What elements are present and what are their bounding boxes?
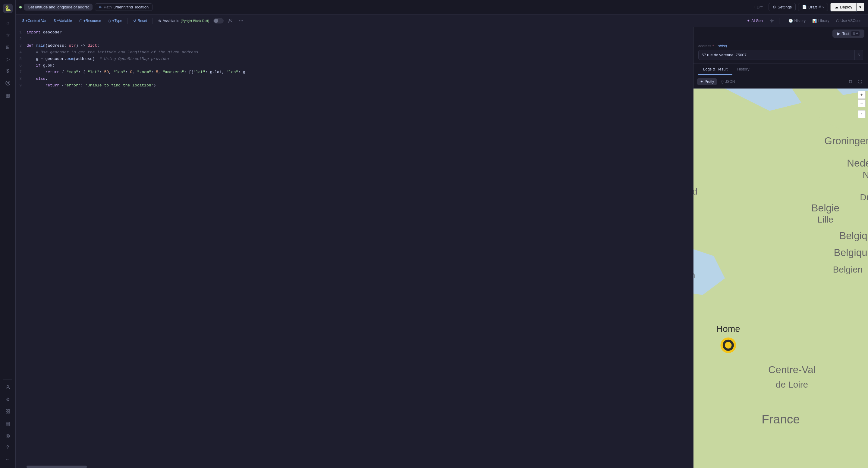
code-line-6: 6 if g.ok: [16,63,693,69]
tab-history[interactable]: History [733,64,754,75]
grid-icon[interactable]: ⊞ [2,41,13,53]
result-toolbar: ✦ Pretty {} JSON [693,75,868,89]
toolbar-separator-3 [779,18,779,24]
sparkle-button[interactable] [767,17,777,24]
svg-text:Sheffield: Sheffield [693,187,698,196]
folder-icon[interactable]: ▤ [2,418,13,429]
svg-text:France: France [762,412,800,426]
json-format-button[interactable]: {} JSON [718,78,738,85]
svg-point-54 [725,342,732,348]
svg-text:de Loire: de Loire [776,379,808,390]
input-field-wrap: $ [698,50,863,60]
app-logo: 🐍 [2,3,13,14]
tab-logs-result[interactable]: Logs & Result [698,64,733,75]
user-icon[interactable] [2,382,13,393]
path-icon: ✏ [99,5,102,9]
svg-text:Centre-Val: Centre-Val [768,364,815,375]
code-line-3: 3 def main(address: str) -> dict: [16,43,693,49]
result-toolbar-right [846,77,864,86]
puzzle-icon[interactable] [2,78,13,89]
context-var-button[interactable]: $ +Context Var [19,18,50,24]
dollar-icon: $ [22,19,24,23]
history-nav-icon: 🕐 [788,19,793,23]
money-icon[interactable]: $ [2,66,13,76]
right-panel: ▶ Test ⌘↵ address* string $ Log [693,27,868,468]
map-ctrl-gap [858,108,866,110]
vscode-nav-button[interactable]: ⬡ Use VSCode [833,18,864,24]
star-icon[interactable]: ☆ [2,30,13,40]
map-zoom-out-button[interactable]: − [858,99,866,107]
library-nav-button[interactable]: 📊 Library [809,18,832,24]
json-icon: {} [721,79,724,84]
copy-button[interactable] [846,77,855,86]
home-icon[interactable]: ⌂ [2,18,13,28]
library-nav-icon: 📊 [812,19,817,23]
user-toggle-icon [225,17,235,24]
assistants-button[interactable]: ⊕ Assistants (Pyright Black Ruff) [155,18,212,24]
map-svg: Éire / Ireland Manchester Sheffield Engl… [693,89,868,468]
right-panel-header: ▶ Test ⌘↵ [693,27,868,40]
result-tabs-bar: Logs & Result History [693,64,868,75]
input-section: address* string $ [693,40,868,64]
deploy-dropdown-button[interactable]: ▾ [857,3,864,11]
settings-icon[interactable]: ⚙ [2,394,13,405]
more-options-button[interactable] [236,17,246,24]
input-label: address* string [698,44,863,48]
result-area: ✦ Pretty {} JSON [693,75,868,468]
draft-button[interactable]: 📄 Draft ⌘S [798,3,828,11]
settings-icon: ⚙ [772,5,776,9]
svg-text:Belgien: Belgien [833,264,863,274]
path-display[interactable]: ✏ Path u/henri/find_location [95,3,153,11]
top-nav-right: 🕐 History 📊 Library ⬡ Use VSCode [785,18,864,24]
svg-rect-6 [8,409,10,411]
pretty-format-button[interactable]: ✦ Pretty [697,78,717,85]
collapse-icon[interactable]: ← [2,454,13,465]
svg-point-4 [7,386,9,387]
type-button[interactable]: ◇ +Type [105,18,125,24]
svg-text:Groningen: Groningen [824,135,868,146]
address-input[interactable] [699,50,855,60]
variable-button[interactable]: $ +Variable [51,18,75,24]
code-line-1: 1 import geocoder [16,30,693,36]
integrations-icon[interactable] [2,406,13,417]
pretty-icon: ✦ [700,79,703,84]
map-reset-button[interactable]: ↑ [858,110,866,118]
settings-button[interactable]: ⚙ Settings [769,3,796,11]
draft-shortcut: ⌘S [818,5,824,9]
script-title[interactable]: Get latitude and longitude of addre: [24,4,93,10]
svg-rect-5 [6,409,7,411]
toggle-wrap [213,17,235,24]
resource-icon: ⬡ [79,19,82,23]
map-zoom-in-button[interactable]: + [858,91,866,99]
visibility-icon[interactable]: ◎ [2,430,13,441]
svg-text:Home: Home [716,324,740,334]
history-nav-button[interactable]: 🕐 History [785,18,809,24]
help-icon[interactable]: ? [2,442,13,453]
code-line-2: 2 [16,36,693,43]
code-editor[interactable]: 1 import geocoder 2 3 def main(address: … [16,27,693,468]
resource-button[interactable]: ⬡ +Resource [76,18,104,24]
svg-text:London: London [693,270,695,280]
ai-gen-button[interactable]: ✦ AI Gen [744,18,766,24]
code-line-4: 4 # Use geocoder to get the latitude and… [16,49,693,56]
editor-scrollbar-thumb [27,466,87,468]
calendar-icon[interactable]: ▦ [2,90,13,101]
assistants-icon: ⊕ [158,19,161,23]
path-label: Path [104,5,112,9]
svg-rect-13 [849,80,852,83]
main-area: Get latitude and longitude of addre: ✏ P… [16,0,868,468]
diff-icon: + [753,5,755,9]
toggle-switch[interactable] [213,18,224,24]
svg-text:Niedersachsen: Niedersachsen [863,170,868,179]
expand-button[interactable] [856,77,864,86]
reset-button[interactable]: ↺ Reset [130,18,150,24]
svg-point-12 [242,20,243,21]
input-dollar-icon[interactable]: $ [855,50,863,60]
deploy-main-button[interactable]: ☁ Deploy [830,3,857,11]
diff-button[interactable]: + Diff [749,3,766,11]
test-button[interactable]: ▶ Test ⌘↵ [832,30,864,38]
play-icon: ▶ [837,31,840,36]
run-icon[interactable]: ▷ [2,54,13,64]
reset-icon: ↺ [133,19,136,23]
map-container: Éire / Ireland Manchester Sheffield Engl… [693,89,868,468]
